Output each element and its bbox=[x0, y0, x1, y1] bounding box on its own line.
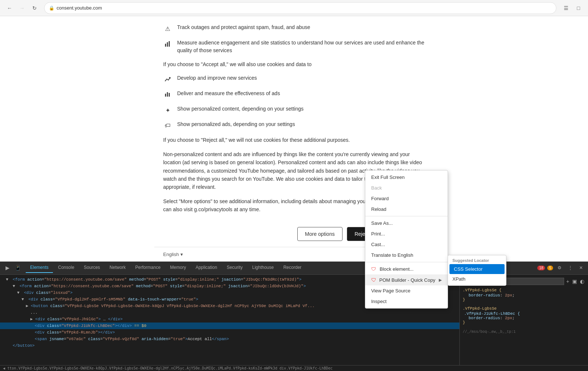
consent-item-personalized-ads: 🏷 Show personalized ads, depending on yo… bbox=[163, 120, 425, 130]
toggle-dark-mode-icon[interactable]: ◐ bbox=[579, 278, 585, 285]
collapse-icon[interactable]: ▼ bbox=[22, 296, 25, 302]
tab-security[interactable]: Security bbox=[222, 263, 247, 273]
block-element-icon: 🛡 bbox=[371, 266, 376, 272]
css-source: //_/mss/boq-…ew,_b,_tp:1 bbox=[463, 329, 585, 335]
new-property-icon[interactable]: ▣ bbox=[571, 278, 578, 285]
block-element-label: Block element... bbox=[380, 266, 414, 272]
pom-builder-submenu: Suggested Locator CSS Selector XPath bbox=[448, 255, 506, 286]
svg-rect-2 bbox=[169, 41, 170, 47]
settings-icon[interactable]: ⚙ bbox=[555, 264, 564, 272]
styles-filter-icons: + ▣ ◐ bbox=[566, 278, 585, 285]
context-menu-reload[interactable]: Reload bbox=[365, 204, 448, 215]
pom-builder-label: POM Builder - Quick Copy bbox=[379, 277, 435, 283]
context-menu-pom-builder[interactable]: 🛡 POM Builder - Quick Copy ▶ bbox=[365, 274, 448, 285]
more-devtools-icon[interactable]: ⋮ bbox=[566, 264, 575, 272]
language-selector[interactable]: English ▾ bbox=[163, 252, 183, 257]
forward-button[interactable]: → bbox=[17, 3, 27, 13]
context-menu-save-as[interactable]: Save As... bbox=[365, 218, 448, 228]
context-menu-view-source[interactable]: View Page Source bbox=[365, 285, 448, 296]
devtools-actions: 18 5 ⚙ ⋮ ✕ bbox=[537, 264, 585, 272]
context-menu-cast[interactable]: Cast... bbox=[365, 239, 448, 250]
tab-performance[interactable]: Performance bbox=[131, 263, 165, 273]
cast-label: Cast... bbox=[371, 242, 385, 247]
lock-icon: 🔒 bbox=[49, 6, 54, 11]
css-rule-2: .VfPpkd-LgbsSe .VfPpkd-J1Ukfc-LhBDec { b… bbox=[463, 306, 585, 325]
dom-line-7[interactable]: ▶ <div class="VfPpkd-Jh9lGc"> … </div> bbox=[0, 316, 459, 323]
css-rule-1: .VfPpkd-LgbsSe { border-radius: 2px; } bbox=[463, 288, 585, 302]
reload-label: Reload bbox=[371, 206, 386, 212]
error-badge: 18 bbox=[537, 266, 545, 270]
consent-page: ⚠ Track outages and protect against spam… bbox=[0, 16, 588, 262]
devtools-content: ▼ <form action="https://consent.youtube.… bbox=[0, 275, 588, 365]
tab-application[interactable]: Application bbox=[191, 263, 222, 273]
collapse-icon[interactable]: ▼ bbox=[6, 277, 10, 282]
exit-fullscreen-label: Exit Full Screen bbox=[371, 174, 405, 180]
consent-item-spam: ⚠ Track outages and protect against spam… bbox=[163, 24, 425, 33]
tab-elements[interactable]: Elements bbox=[26, 263, 53, 273]
collapse-icon[interactable]: ▼ bbox=[17, 290, 21, 296]
consent-item-ads-effectiveness: Deliver and measure the effectiveness of… bbox=[163, 90, 425, 99]
chevron-down-icon: ▾ bbox=[180, 252, 183, 257]
css-close-1: } bbox=[463, 298, 585, 302]
context-menu: Exit Full Screen Back Forward Reload Sav… bbox=[365, 170, 448, 309]
split-view-button[interactable]: □ bbox=[573, 3, 584, 13]
reload-button[interactable]: ↻ bbox=[29, 3, 40, 13]
tab-console[interactable]: Console bbox=[54, 263, 79, 273]
submenu-xpath[interactable]: XPath bbox=[448, 274, 506, 284]
context-menu-sep-2 bbox=[365, 262, 448, 262]
back-label: Back bbox=[371, 185, 382, 191]
view-source-label: View Page Source bbox=[371, 288, 410, 293]
dom-line-9[interactable]: <div class="VfPpkd-RLmnJb"></div> bbox=[0, 329, 459, 336]
address-bar[interactable]: 🔒 consent.youtube.com bbox=[44, 2, 556, 14]
context-menu-translate[interactable]: Translate to English bbox=[365, 250, 448, 260]
ads-icon bbox=[163, 90, 172, 99]
dom-line-11[interactable]: </button> bbox=[0, 342, 459, 349]
css-close-2: } bbox=[463, 320, 585, 325]
tab-recorder[interactable]: Recorder bbox=[279, 263, 306, 273]
inspect-element-icon[interactable]: ▶ bbox=[3, 263, 12, 272]
consent-item-spam-text: Track outages and protect against spam, … bbox=[177, 24, 310, 31]
para-accept-all: If you choose to "Accept all," we will a… bbox=[163, 60, 425, 68]
context-menu-block-element[interactable]: 🛡 Block element... bbox=[365, 264, 448, 274]
warning-badge: 5 bbox=[547, 266, 553, 270]
tab-lighthouse[interactable]: Lighthouse bbox=[248, 263, 278, 273]
context-menu-sep-1 bbox=[365, 216, 448, 216]
dom-line-10[interactable]: <span jsname="V67aGc" class="VfPpkd-vQzf… bbox=[0, 336, 459, 342]
consent-item-measure: Measure audience engagement and site sta… bbox=[163, 39, 425, 54]
tab-memory[interactable]: Memory bbox=[166, 263, 190, 273]
svg-rect-3 bbox=[165, 94, 166, 97]
context-menu-exit-fullscreen[interactable]: Exit Full Screen bbox=[365, 172, 448, 183]
submenu-css-selector[interactable]: CSS Selector bbox=[449, 264, 505, 274]
dom-line-6[interactable]: ... bbox=[0, 309, 459, 316]
chart-icon bbox=[163, 40, 172, 48]
browser-actions: ☰ □ bbox=[561, 3, 584, 13]
context-menu-inspect[interactable]: Inspect bbox=[365, 296, 448, 307]
consent-item-ads-text: Deliver and measure the effectiveness of… bbox=[177, 90, 280, 97]
styles-panel: + ▣ ◐ .VfPpkd-LgbsSe { border-radius: 2p… bbox=[459, 275, 588, 365]
tab-network[interactable]: Network bbox=[105, 263, 130, 273]
consent-item-develop: Develop and improve new services bbox=[163, 74, 425, 84]
css-selector-2: .VfPpkd-LgbsSe bbox=[463, 306, 585, 311]
tab-sources[interactable]: Sources bbox=[79, 263, 104, 273]
context-menu-forward[interactable]: Forward bbox=[365, 193, 448, 204]
devtools-top-icons: ▶ 📱 bbox=[3, 263, 22, 272]
context-menu-back: Back bbox=[365, 183, 448, 193]
devtools-status-bar: ◀ tton.VfPpkd-LgbsSe.VfPpkd-LgbsSe-OWXEX… bbox=[0, 365, 588, 371]
collapse-icon[interactable]: ▼ bbox=[13, 283, 17, 289]
context-menu-print[interactable]: Print... bbox=[365, 228, 448, 239]
inspect-label: Inspect bbox=[371, 299, 387, 304]
main-area: ⚠ Track outages and protect against spam… bbox=[0, 16, 588, 371]
expand-icon[interactable]: ▶ bbox=[26, 304, 29, 308]
expand-icon[interactable]: ▶ bbox=[31, 317, 33, 321]
device-toggle-icon[interactable]: 📱 bbox=[13, 263, 22, 272]
dom-line-8[interactable]: <div class="VfPpkd-J1Ukfc-LhBDec"></div>… bbox=[0, 323, 459, 329]
forward-label: Forward bbox=[371, 196, 389, 201]
add-style-icon[interactable]: + bbox=[566, 278, 570, 285]
translate-label: Translate to English bbox=[371, 252, 413, 258]
url-text: consent.youtube.com bbox=[57, 5, 102, 11]
svg-rect-0 bbox=[165, 44, 166, 47]
bookmarks-button[interactable]: ☰ bbox=[561, 3, 571, 13]
more-options-button[interactable]: More options bbox=[297, 227, 343, 241]
back-button[interactable]: ← bbox=[4, 3, 15, 13]
close-devtools-icon[interactable]: ✕ bbox=[577, 264, 585, 272]
